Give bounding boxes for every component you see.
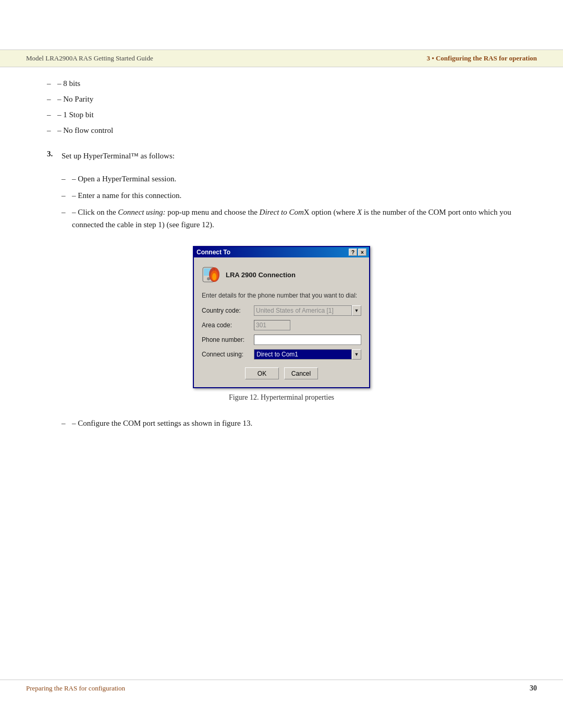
header-left-text: Model LRA2900A RAS Getting Started Guide xyxy=(26,54,153,63)
country-dropdown-arrow[interactable]: ▼ xyxy=(352,305,361,316)
connection-name: LRA 2900 Connection xyxy=(226,271,296,279)
direct-to-com-italic: Direct to Com xyxy=(260,208,304,216)
sub-bullet-list: – Open a HyperTerminal session. – Enter … xyxy=(62,170,516,233)
phone-icon xyxy=(202,265,221,284)
connect-to-dialog: Connect To ? × xyxy=(193,246,370,388)
phone-number-row: Phone number: xyxy=(202,335,361,345)
dialog-title: Connect To xyxy=(197,249,230,256)
dialog-icon-row: LRA 2900 Connection xyxy=(202,265,361,284)
header-bar: Model LRA2900A RAS Getting Started Guide… xyxy=(0,50,563,67)
cancel-button[interactable]: Cancel xyxy=(284,367,318,379)
step-number: 3. xyxy=(47,150,57,158)
footer-left-text: Preparing the RAS for configuration xyxy=(26,684,125,693)
connect-using-row: Connect using: Direct to Com1 ▼ xyxy=(202,349,361,360)
country-container: document.querySelector('[data-name="coun… xyxy=(254,305,361,316)
connect-using-italic: Connect using: xyxy=(118,208,165,216)
ok-button[interactable]: OK xyxy=(245,367,279,379)
dialog-description: Enter details for the phone number that … xyxy=(202,292,361,299)
country-input[interactable] xyxy=(254,305,352,316)
connect-select[interactable]: Direct to Com1 xyxy=(254,349,352,360)
figure-12-caption: Figure 12. Hyperterminal properties xyxy=(229,393,334,402)
area-code-row: Area code: xyxy=(202,320,361,330)
connect-select-value: Direct to Com1 xyxy=(256,351,298,358)
phone-input[interactable] xyxy=(254,335,361,345)
titlebar-buttons: ? × xyxy=(349,249,366,256)
bullet-item-flowcontrol: – No flow control xyxy=(47,122,516,138)
country-label: Country code: xyxy=(202,307,254,314)
last-sub-bullet: – Configure the COM port settings as sho… xyxy=(62,415,516,431)
step-3: 3. Set up HyperTerminal™ as follows: xyxy=(47,150,516,162)
help-button[interactable]: ? xyxy=(349,249,357,256)
phone-label: Phone number: xyxy=(202,336,254,343)
dialog-titlebar: Connect To ? × xyxy=(194,247,369,257)
svg-point-5 xyxy=(212,273,216,280)
top-bullet-list: – 8 bits – No Parity – 1 Stop bit – No f… xyxy=(47,76,516,138)
bullet-item-bits: – 8 bits xyxy=(47,76,516,91)
page-number: 30 xyxy=(530,684,537,693)
connect-select-container: Direct to Com1 ▼ xyxy=(254,349,361,360)
bullet-item-parity: – No Parity xyxy=(47,91,516,107)
sub-bullet-3: – Click on the Connect using: pop-up men… xyxy=(62,204,516,233)
country-code-row: Country code: document.querySelector('[d… xyxy=(202,305,361,316)
step-text: Set up HyperTerminal™ as follows: xyxy=(62,150,175,162)
x-var: X xyxy=(357,208,362,216)
main-content: – 8 bits – No Parity – 1 Stop bit – No f… xyxy=(47,76,516,431)
bullet-item-stopbit: – 1 Stop bit xyxy=(47,107,516,122)
header-right-text: 3 • Configuring the RAS for operation xyxy=(426,54,537,63)
sub-bullet-1: – Open a HyperTerminal session. xyxy=(62,170,516,187)
dialog-body: LRA 2900 Connection Enter details for th… xyxy=(194,257,369,387)
connect-select-arrow[interactable]: ▼ xyxy=(352,349,361,360)
close-button[interactable]: × xyxy=(358,249,366,256)
figure-12-container: Connect To ? × xyxy=(47,246,516,402)
area-input[interactable] xyxy=(254,320,290,330)
area-label: Area code: xyxy=(202,322,254,329)
sub-bullet-4: – Configure the COM port settings as sho… xyxy=(62,415,516,431)
dialog-buttons: OK Cancel xyxy=(202,367,361,379)
sub-bullet-2: – Enter a name for this connection. xyxy=(62,187,516,204)
footer-bar: Preparing the RAS for configuration 30 xyxy=(0,680,563,697)
connect-label: Connect using: xyxy=(202,351,254,358)
